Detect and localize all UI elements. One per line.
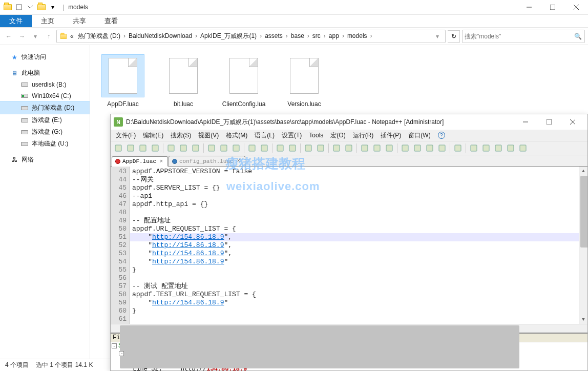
- breadcrumb-item[interactable]: 热门游戏盘 (D:): [76, 32, 122, 39]
- folder-tree-icon[interactable]: [436, 142, 448, 154]
- document-tab[interactable]: AppDF.luac×: [112, 156, 168, 167]
- save-icon[interactable]: [137, 142, 149, 154]
- sidebar-drive-item[interactable]: 热门游戏盘 (D:): [0, 101, 90, 114]
- save-macro-icon[interactable]: [517, 142, 529, 154]
- code-line[interactable]: appdf.TEST_URL_REQUEST_LIST = {: [130, 291, 587, 299]
- minimize-button[interactable]: [517, 0, 541, 15]
- file-item[interactable]: AppDF.luac: [97, 54, 149, 108]
- help-icon[interactable]: ?: [438, 132, 445, 139]
- tab-close-icon[interactable]: ×: [158, 158, 164, 164]
- copy-icon[interactable]: [218, 142, 229, 154]
- recent-dropdown-icon[interactable]: ▾: [30, 31, 41, 42]
- code-line[interactable]: [130, 209, 587, 217]
- back-button[interactable]: ←: [3, 31, 14, 42]
- chevron-right-icon[interactable]: ›: [194, 32, 198, 39]
- chevron-right-icon[interactable]: ›: [259, 32, 263, 39]
- code-line[interactable]: "http://154.86.18.9",: [130, 241, 587, 250]
- sidebar-this-pc[interactable]: 🖥此电脑: [0, 67, 90, 79]
- close-button[interactable]: [561, 114, 584, 130]
- qat-dropdown-icon[interactable]: [26, 3, 35, 12]
- chevron-right-icon[interactable]: ›: [122, 32, 127, 39]
- lang-icon[interactable]: [400, 142, 411, 154]
- scroll-up-icon[interactable]: ▲: [579, 167, 587, 175]
- scroll-thumb[interactable]: [580, 176, 587, 248]
- zoom-out-icon[interactable]: [315, 142, 326, 154]
- menu-item[interactable]: Tools: [306, 131, 326, 140]
- sidebar-drive-item[interactable]: 游戏盘 (E:): [0, 114, 90, 126]
- code-line[interactable]: }: [130, 307, 587, 315]
- menu-item[interactable]: 窗口(W): [405, 130, 433, 141]
- wordwrap-icon[interactable]: [359, 142, 370, 154]
- menu-item[interactable]: 宏(O): [327, 130, 348, 141]
- sidebar-drive-item[interactable]: 游戏盘 (G:): [0, 126, 90, 138]
- monitor-icon[interactable]: [452, 142, 464, 154]
- undo-icon[interactable]: [246, 142, 258, 154]
- editor[interactable]: 43444546474849505152535455565758596061 a…: [111, 167, 587, 324]
- code-line[interactable]: [130, 315, 587, 323]
- code-area[interactable]: appdf.APPSTORE_VERSION = false--网关appdf.…: [130, 167, 587, 324]
- code-line[interactable]: -- 测试 配置地址: [130, 282, 587, 291]
- code-line[interactable]: --网关: [130, 176, 587, 184]
- sidebar-quick-access[interactable]: ★快速访问: [0, 51, 90, 63]
- tab-close-icon[interactable]: ×: [236, 158, 242, 164]
- sidebar-drive-item[interactable]: userdisk (B:): [0, 79, 90, 90]
- ribbon-tab-view[interactable]: 查看: [95, 15, 127, 27]
- menu-item[interactable]: 视图(V): [195, 130, 222, 141]
- scroll-thumb[interactable]: [120, 325, 519, 368]
- code-line[interactable]: -- 配置地址: [130, 217, 587, 225]
- chevron-right-icon[interactable]: ›: [369, 32, 373, 39]
- sidebar-drive-item[interactable]: Win10x64 (C:): [0, 90, 90, 101]
- play-macro-icon[interactable]: [493, 142, 504, 154]
- menu-item[interactable]: 搜索(S): [167, 130, 194, 141]
- redo-icon[interactable]: [259, 142, 270, 154]
- record-macro-icon[interactable]: [468, 142, 479, 154]
- address-bar[interactable]: « 热门游戏盘 (D:)›BaiduNetdiskDownload›ApkIDE…: [56, 30, 446, 43]
- close-button[interactable]: [564, 0, 588, 15]
- menu-item[interactable]: 设置(T): [279, 130, 305, 141]
- chevron-right-icon[interactable]: ›: [341, 32, 345, 39]
- chevron-right-icon[interactable]: ›: [306, 32, 310, 39]
- qat-dropdown-icon[interactable]: ▾: [48, 3, 57, 12]
- search-icon[interactable]: 🔍: [573, 33, 582, 40]
- show-all-icon[interactable]: [371, 142, 383, 154]
- sidebar-drive-item[interactable]: 本地磁盘 (U:): [0, 138, 90, 150]
- breadcrumb-item[interactable]: BaiduNetdiskDownload: [127, 32, 194, 39]
- breadcrumb-item[interactable]: assets: [263, 32, 285, 39]
- find-icon[interactable]: [275, 142, 286, 154]
- url-link[interactable]: http://154.86.18.9: [152, 241, 224, 249]
- ribbon-tab-home[interactable]: 主页: [32, 15, 64, 27]
- code-line[interactable]: appdf.URL_REQUEST_LIST = {: [130, 225, 587, 233]
- menu-item[interactable]: 语言(L): [251, 130, 278, 141]
- code-line[interactable]: "http://154.86.18.9": [130, 299, 587, 307]
- document-tab[interactable]: config_path.luac×: [169, 156, 245, 166]
- play-multi-icon[interactable]: [505, 142, 516, 154]
- menu-item[interactable]: 编辑(E): [140, 130, 166, 141]
- code-line[interactable]: appdf.APPSTORE_VERSION = false: [130, 168, 587, 176]
- stop-macro-icon[interactable]: [480, 142, 492, 154]
- sidebar-network[interactable]: 🖧网络: [0, 154, 90, 166]
- chevron-right-icon[interactable]: ›: [323, 32, 327, 39]
- url-link[interactable]: http://154.86.18.9: [152, 250, 224, 257]
- url-link[interactable]: http://154.86.18.9: [152, 233, 224, 241]
- url-link[interactable]: http://154.86.18.9: [152, 258, 224, 265]
- close-icon[interactable]: [178, 142, 189, 154]
- maximize-button[interactable]: [541, 0, 564, 15]
- ribbon-tab-share[interactable]: 共享: [64, 15, 95, 27]
- open-file-icon[interactable]: [125, 142, 136, 154]
- minimize-button[interactable]: [514, 114, 537, 130]
- breadcrumb-item[interactable]: app: [327, 32, 341, 39]
- menu-item[interactable]: 格式(M): [223, 130, 250, 141]
- save-all-icon[interactable]: [150, 142, 161, 154]
- refresh-button[interactable]: ↻: [448, 30, 460, 43]
- search-box[interactable]: 🔍: [462, 30, 585, 43]
- breadcrumb-overflow[interactable]: «: [68, 33, 76, 40]
- sync-h-icon[interactable]: [343, 142, 354, 154]
- ribbon-tab-file[interactable]: 文件: [0, 15, 32, 27]
- explorer-titlebar[interactable]: ▾ | models: [0, 0, 588, 15]
- replace-icon[interactable]: [287, 142, 298, 154]
- up-button[interactable]: ↑: [43, 31, 54, 42]
- tree-toggle-icon[interactable]: [119, 351, 124, 356]
- breadcrumb-item[interactable]: base: [289, 32, 306, 39]
- breadcrumb-item[interactable]: models: [345, 32, 369, 39]
- qat-button[interactable]: [14, 3, 24, 12]
